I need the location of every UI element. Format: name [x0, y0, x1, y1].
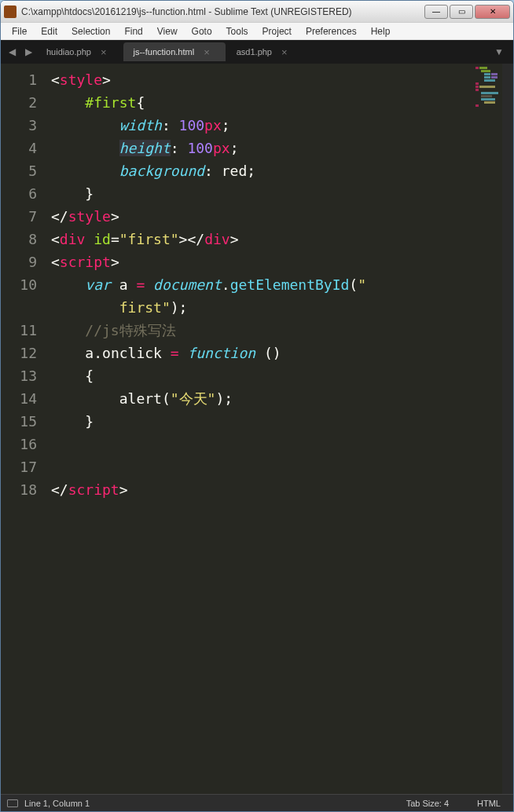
statusbar: Line 1, Column 1 Tab Size: 4 HTML [1, 794, 513, 811]
line-number: 5 [1, 159, 37, 182]
editor: 1 2 3 4 5 6 7 8 9 10 11 12 13 14 15 16 1… [1, 64, 513, 794]
line-number: 10 [1, 273, 37, 296]
titlebar[interactable]: C:\xampp\htdocs\20161219\js--function.ht… [1, 1, 513, 23]
code-area[interactable]: <style> #first{ width: 100px; height: 10… [46, 64, 513, 794]
status-left: Line 1, Column 1 [7, 799, 90, 808]
app-icon [4, 5, 17, 18]
menubar: File Edit Selection Find View Goto Tools… [1, 23, 513, 40]
line-number: 3 [1, 114, 37, 137]
line-number: 6 [1, 182, 37, 205]
menu-project[interactable]: Project [256, 24, 298, 38]
line-number: 4 [1, 137, 37, 159]
tab-size[interactable]: Tab Size: 4 [400, 799, 455, 808]
tab-asd1[interactable]: asd1.php × [227, 42, 303, 61]
line-number: 14 [1, 387, 37, 410]
menu-goto[interactable]: Goto [185, 24, 218, 38]
menu-find[interactable]: Find [118, 24, 149, 38]
line-number: 16 [1, 433, 37, 455]
line-number: 17 [1, 455, 37, 478]
syntax-mode[interactable]: HTML [471, 799, 507, 808]
tabbar: ◀ ▶ huidiao.php × js--function.html × as… [1, 40, 513, 64]
tab-label: js--function.html [133, 47, 194, 57]
line-number: 12 [1, 342, 37, 364]
status-right: Tab Size: 4 HTML [400, 799, 507, 808]
close-button[interactable]: ✕ [475, 5, 510, 19]
maximize-button[interactable]: ▭ [450, 5, 473, 19]
vertical-scrollbar[interactable] [502, 64, 513, 794]
minimize-button[interactable]: — [424, 5, 448, 19]
line-number: 7 [1, 205, 37, 228]
window-controls: — ▭ ✕ [424, 5, 510, 19]
window-title: C:\xampp\htdocs\20161219\js--function.ht… [21, 6, 424, 17]
tab-close-icon[interactable]: × [101, 46, 107, 58]
app-window: C:\xampp\htdocs\20161219\js--function.ht… [0, 0, 514, 812]
line-number: 2 [1, 91, 37, 114]
cursor-position[interactable]: Line 1, Column 1 [24, 799, 90, 808]
tab-close-icon[interactable]: × [204, 46, 210, 58]
line-number: 11 [1, 319, 37, 342]
menu-help[interactable]: Help [365, 24, 397, 38]
tab-history-back-icon[interactable]: ◀ [4, 46, 20, 57]
line-numbers: 1 2 3 4 5 6 7 8 9 10 11 12 13 14 15 16 1… [1, 64, 46, 794]
menu-selection[interactable]: Selection [65, 24, 116, 38]
tab-js-function[interactable]: js--function.html × [123, 42, 225, 61]
menu-view[interactable]: View [151, 24, 184, 38]
tab-overflow-icon[interactable]: ▼ [488, 46, 510, 57]
line-number: 15 [1, 410, 37, 433]
line-number: 8 [1, 228, 37, 251]
menu-preferences[interactable]: Preferences [299, 24, 363, 38]
menu-file[interactable]: File [6, 24, 33, 38]
tab-label: asd1.php [237, 47, 272, 57]
menu-tools[interactable]: Tools [220, 24, 255, 38]
tab-history-forward-icon[interactable]: ▶ [20, 46, 37, 57]
tab-close-icon[interactable]: × [281, 46, 288, 58]
tab-label: huidiao.php [46, 47, 91, 57]
line-number: 13 [1, 364, 37, 387]
line-number: 9 [1, 251, 37, 273]
panel-switcher-icon[interactable] [7, 799, 18, 807]
line-number: 18 [1, 478, 37, 501]
menu-edit[interactable]: Edit [35, 24, 64, 38]
tab-huidiao[interactable]: huidiao.php × [37, 42, 122, 61]
line-number: 1 [1, 68, 37, 91]
